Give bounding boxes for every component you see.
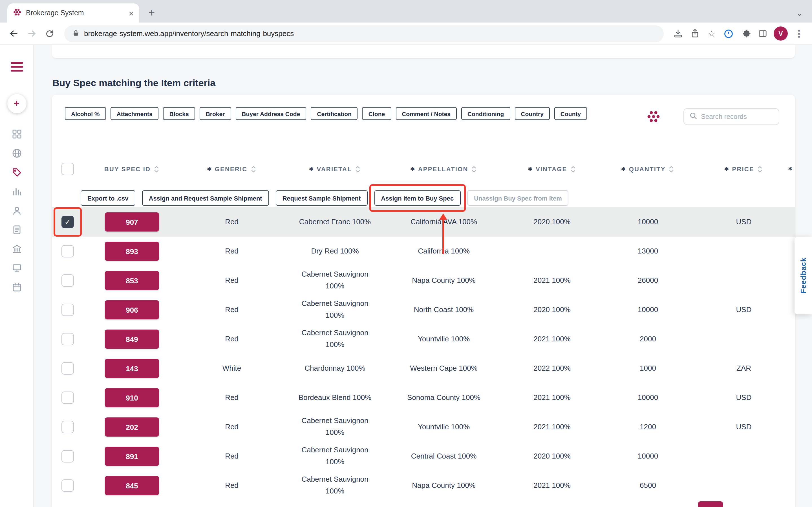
row-checkbox[interactable]: ✓: [61, 216, 74, 228]
cell-generic: White: [181, 362, 283, 374]
sort-icon[interactable]: [153, 165, 160, 173]
column-header-appellation[interactable]: ✱APPELLATION: [387, 165, 501, 173]
row-checkbox[interactable]: [61, 245, 74, 258]
pagination-edge[interactable]: [698, 501, 723, 507]
search-input[interactable]: [701, 113, 773, 121]
building-icon[interactable]: [7, 242, 26, 256]
forward-button[interactable]: [24, 25, 40, 41]
address-bar[interactable]: brokerage-system.web.app/inventory/searc…: [64, 25, 664, 42]
action-unassign-buy-spec-from-item[interactable]: Unassign Buy Spec from Item: [467, 190, 569, 206]
browser-tab[interactable]: Brokerage System ×: [7, 3, 139, 22]
action-export-to-csv[interactable]: Export to .csv: [81, 190, 135, 206]
cell-appellation: North Coast 100%: [387, 304, 501, 316]
cell-varietal: Cabernet Franc 100%: [283, 216, 387, 228]
column-header-buy-spec-id[interactable]: BUY SPEC ID: [84, 165, 181, 173]
extensions-icon[interactable]: [738, 26, 753, 41]
browser-toolbar: brokerage-system.web.app/inventory/searc…: [0, 22, 812, 45]
search-box[interactable]: [683, 108, 779, 125]
tab-strip: Brokerage System × + ⌄: [0, 0, 812, 22]
tab-list-chevron-icon[interactable]: ⌄: [797, 8, 803, 17]
globe-icon[interactable]: [7, 146, 26, 161]
buy-spec-id-badge[interactable]: 906: [105, 300, 159, 320]
filter-chip-comment-notes[interactable]: Comment / Notes: [396, 107, 457, 120]
row-checkbox[interactable]: [61, 304, 74, 316]
column-label: APPELLATION: [418, 166, 468, 172]
side-panel-icon[interactable]: [755, 26, 770, 41]
column-label: PRICE: [732, 166, 754, 172]
buy-spec-id-badge[interactable]: 891: [105, 447, 159, 466]
filter-chip-blocks[interactable]: Blocks: [163, 107, 195, 120]
new-tab-button[interactable]: +: [144, 5, 160, 21]
dashboard-icon[interactable]: [7, 127, 26, 142]
column-header-vintage[interactable]: ✱VINTAGE: [501, 165, 603, 173]
sort-icon[interactable]: [355, 165, 361, 173]
browser-menu-icon[interactable]: ⋮: [792, 26, 806, 41]
row-checkbox[interactable]: [61, 392, 74, 404]
feedback-tab[interactable]: Feedback: [795, 237, 812, 314]
tab-close-icon[interactable]: ×: [129, 9, 134, 17]
calendar-icon[interactable]: [7, 280, 26, 295]
cell-appellation: Sonoma County 100%: [387, 392, 501, 404]
filter-chip-certification[interactable]: Certification: [311, 107, 358, 120]
column-marker-icon: ✱: [621, 166, 626, 172]
share-icon[interactable]: [688, 26, 702, 41]
sort-icon[interactable]: [471, 165, 477, 173]
desktop-icon[interactable]: [7, 261, 26, 276]
buy-spec-id-badge[interactable]: 143: [105, 359, 159, 378]
column-header-generic[interactable]: ✱GENERIC: [181, 165, 283, 173]
menu-hamburger-icon[interactable]: [10, 62, 23, 71]
buy-spec-id-badge[interactable]: 845: [105, 476, 159, 495]
column-header-varietal[interactable]: ✱VARIETAL: [283, 165, 387, 173]
chart-icon[interactable]: [7, 184, 26, 199]
filter-chip-broker[interactable]: Broker: [200, 107, 231, 120]
row-checkbox[interactable]: [61, 480, 74, 492]
filter-chips: Alcohol %AttachmentsBlocksBrokerBuyer Ad…: [65, 107, 587, 120]
filter-chip-county[interactable]: County: [554, 107, 587, 120]
bookmark-star-icon[interactable]: ☆: [704, 26, 719, 41]
row-checkbox[interactable]: [61, 333, 74, 345]
select-all-checkbox[interactable]: [61, 163, 74, 175]
table-row: 891RedCabernet Sauvignon 100%Central Coa…: [52, 442, 795, 471]
filter-chip-country[interactable]: Country: [515, 107, 550, 120]
buy-spec-id-badge[interactable]: 910: [105, 388, 159, 407]
password-manager-icon[interactable]: [721, 26, 736, 41]
cell-quantity: 26000: [603, 275, 693, 286]
add-button[interactable]: +: [7, 94, 26, 113]
filter-chip-conditioning[interactable]: Conditioning: [461, 107, 510, 120]
sort-icon[interactable]: [757, 165, 763, 173]
buy-spec-id-badge[interactable]: 907: [105, 212, 159, 231]
buy-spec-id-badge[interactable]: 202: [105, 417, 159, 437]
cell-vintage: 2020 100%: [501, 216, 603, 228]
install-icon[interactable]: [670, 26, 685, 41]
filter-chip-alcohol[interactable]: Alcohol %: [65, 107, 106, 120]
buy-spec-id-badge[interactable]: 853: [105, 271, 159, 290]
row-checkbox[interactable]: [61, 274, 74, 287]
tag-icon[interactable]: [7, 165, 26, 180]
sort-icon[interactable]: [250, 165, 256, 173]
buy-spec-id-badge[interactable]: 849: [105, 330, 159, 349]
row-checkbox[interactable]: [61, 362, 74, 375]
row-checkbox[interactable]: [61, 450, 74, 462]
users-icon[interactable]: [7, 203, 26, 218]
cell-varietal: Cabernet Sauvignon 100%: [283, 269, 387, 292]
back-button[interactable]: [6, 25, 21, 41]
sort-icon[interactable]: [570, 165, 576, 173]
cell-appellation: Central Coast 100%: [387, 450, 501, 462]
row-checkbox[interactable]: [61, 421, 74, 433]
column-header-quantity[interactable]: ✱QUANTITY: [603, 165, 693, 173]
action-assign-and-request-sample-shipment[interactable]: Assign and Request Sample Shipment: [142, 190, 269, 206]
buy-spec-id-badge[interactable]: 893: [105, 242, 159, 261]
filter-chip-buyer-address-code[interactable]: Buyer Address Code: [236, 107, 306, 120]
cell-generic: Red: [181, 450, 283, 462]
column-header-price[interactable]: ✱PRICE: [693, 165, 795, 173]
action-request-sample-shipment[interactable]: Request Sample Shipment: [276, 190, 368, 206]
filter-chip-clone[interactable]: Clone: [362, 107, 391, 120]
filter-chip-attachments[interactable]: Attachments: [110, 107, 159, 120]
cell-appellation: Yountville 100%: [387, 333, 501, 345]
reload-button[interactable]: [42, 25, 57, 41]
documents-icon[interactable]: [7, 223, 26, 237]
cell-varietal: Chardonnay 100%: [283, 362, 387, 374]
profile-avatar[interactable]: V: [774, 26, 788, 41]
action-assign-item-to-buy-spec[interactable]: Assign item to Buy Spec: [374, 190, 460, 206]
sort-icon[interactable]: [668, 165, 675, 173]
